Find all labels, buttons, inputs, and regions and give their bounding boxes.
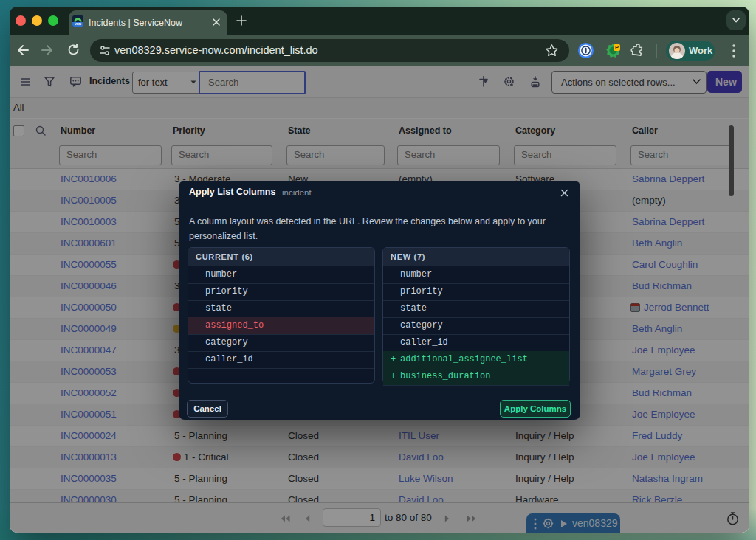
svg-text:VEN: VEN [75,22,81,26]
svg-text:P: P [615,44,619,51]
